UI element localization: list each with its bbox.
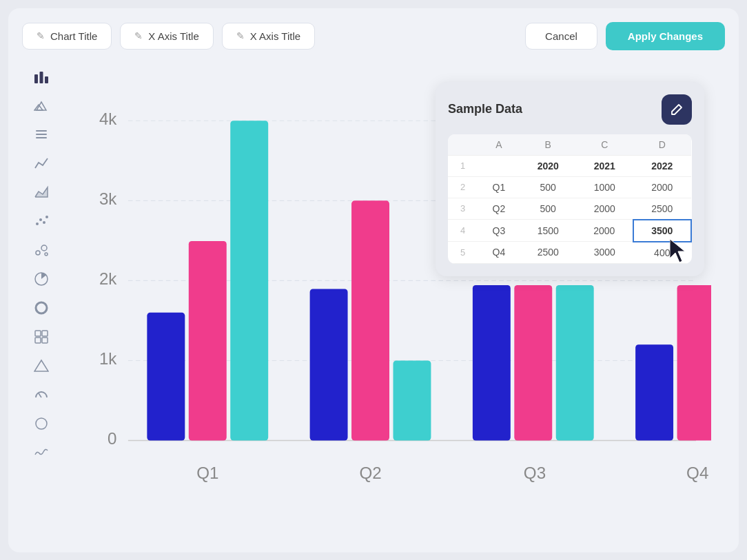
col-header-a: A <box>478 134 520 156</box>
cell-5a[interactable]: Q4 <box>478 242 520 264</box>
bar-chart-icon[interactable] <box>29 64 54 89</box>
svg-point-8 <box>36 222 39 225</box>
svg-rect-44 <box>677 285 711 440</box>
svg-rect-42 <box>556 285 594 440</box>
svg-rect-7 <box>36 137 47 138</box>
svg-rect-5 <box>36 130 47 132</box>
cell-1b[interactable]: 2020 <box>520 155 576 176</box>
table-row: 1 2020 2021 2022 <box>448 155 691 176</box>
svg-rect-6 <box>36 134 47 135</box>
svg-point-11 <box>45 216 48 218</box>
svg-point-13 <box>41 245 47 251</box>
data-table: A B C D 1 2020 2021 <box>448 134 692 264</box>
row-num-4: 4 <box>448 220 478 242</box>
svg-rect-41 <box>514 285 552 440</box>
svg-text:Q4: Q4 <box>686 463 708 481</box>
triangle-icon[interactable] <box>29 353 54 378</box>
svg-rect-18 <box>42 331 48 336</box>
dot-scatter-icon[interactable] <box>29 209 54 234</box>
chart-title-label: Chart Title <box>50 30 97 42</box>
cell-5c[interactable]: 3000 <box>576 242 633 264</box>
svg-rect-0 <box>34 74 38 83</box>
svg-text:2k: 2k <box>99 269 117 287</box>
cell-4a[interactable]: Q3 <box>478 220 520 242</box>
edit-data-button[interactable] <box>662 94 692 125</box>
gauge-icon[interactable] <box>29 382 54 407</box>
main-container: ✎ Chart Title ✎ X Axis Title ✎ X Axis Ti… <box>8 8 739 552</box>
row-num-3: 3 <box>448 198 478 220</box>
x-axis-title-label: X Axis Title <box>148 30 198 42</box>
line-chart-icon[interactable] <box>29 151 54 176</box>
sidebar <box>22 61 61 561</box>
treemap-icon[interactable] <box>29 324 54 349</box>
cell-2d[interactable]: 2000 <box>633 176 691 198</box>
cell-4b[interactable]: 1500 <box>520 220 576 242</box>
pencil-icon-xaxis: ✎ <box>134 30 143 41</box>
circle-icon[interactable] <box>29 411 54 436</box>
svg-rect-37 <box>310 289 348 440</box>
toolbar: ✎ Chart Title ✎ X Axis Title ✎ X Axis Ti… <box>22 22 725 50</box>
table-row: 5 Q4 2500 3000 400 <box>448 242 691 264</box>
svg-point-23 <box>36 418 47 429</box>
cell-1a[interactable] <box>478 155 520 176</box>
svg-text:0: 0 <box>108 428 116 447</box>
cell-3a[interactable]: Q2 <box>478 198 520 220</box>
col-header-c: C <box>576 134 633 156</box>
pencil-icon-yaxis: ✎ <box>236 30 245 41</box>
svg-line-22 <box>39 393 41 397</box>
svg-rect-43 <box>635 344 673 440</box>
donut-icon[interactable] <box>29 295 54 320</box>
bubble-icon[interactable] <box>29 238 54 262</box>
svg-rect-34 <box>147 312 185 440</box>
cell-3b[interactable]: 500 <box>520 198 576 220</box>
col-header-d: D <box>633 134 691 156</box>
cell-3c[interactable]: 2000 <box>576 198 633 220</box>
x-axis-title-button[interactable]: ✎ X Axis Title <box>120 23 213 50</box>
pie-chart-icon[interactable] <box>29 267 54 291</box>
cell-1c[interactable]: 2021 <box>576 155 633 176</box>
svg-text:Q1: Q1 <box>196 463 218 481</box>
cell-5b[interactable]: 2500 <box>520 242 576 264</box>
svg-rect-40 <box>473 285 511 440</box>
table-row: 3 Q2 500 2000 2500 <box>448 198 691 220</box>
apply-changes-button[interactable]: Apply Changes <box>606 22 725 50</box>
sample-data-header: Sample Data <box>448 94 692 125</box>
chart-area: 4k 3k 2k 1k 0 <box>68 75 711 547</box>
svg-rect-36 <box>230 121 268 440</box>
list-icon[interactable] <box>29 122 54 147</box>
cancel-button[interactable]: Cancel <box>525 23 597 50</box>
wave-icon[interactable] <box>29 440 54 465</box>
svg-text:Q2: Q2 <box>359 463 381 481</box>
row-num-1: 1 <box>448 155 478 176</box>
mountain-chart-icon[interactable] <box>29 93 54 118</box>
svg-text:1k: 1k <box>99 349 117 367</box>
chart-wrapper: 4k 3k 2k 1k 0 <box>61 61 725 561</box>
y-axis-title-button[interactable]: ✎ X Axis Title <box>222 23 315 50</box>
pencil-icon-chart: ✎ <box>37 30 45 41</box>
area-chart-icon[interactable] <box>29 180 54 205</box>
sample-data-title: Sample Data <box>448 102 522 116</box>
svg-marker-21 <box>34 360 48 371</box>
svg-point-9 <box>39 218 42 221</box>
table-row: 2 Q1 500 1000 2000 <box>448 176 691 198</box>
row-num-2: 2 <box>448 176 478 198</box>
cell-5d[interactable]: 400 <box>633 242 691 264</box>
svg-point-16 <box>36 302 47 313</box>
chart-title-button[interactable]: ✎ Chart Title <box>22 23 112 50</box>
col-header-b: B <box>520 134 576 156</box>
cell-4c[interactable]: 2000 <box>576 220 633 242</box>
svg-rect-2 <box>45 76 48 83</box>
svg-point-12 <box>36 251 40 255</box>
cell-3d[interactable]: 2500 <box>633 198 691 220</box>
svg-rect-38 <box>351 200 389 440</box>
col-header-empty <box>448 134 478 156</box>
cell-4d-highlighted[interactable]: 3500 <box>633 220 691 242</box>
apply-label: Apply Changes <box>628 30 703 42</box>
svg-point-10 <box>43 221 45 224</box>
svg-rect-1 <box>40 72 43 83</box>
cell-2a[interactable]: Q1 <box>478 176 520 198</box>
cell-1d[interactable]: 2022 <box>633 155 691 176</box>
cell-2b[interactable]: 500 <box>520 176 576 198</box>
svg-rect-17 <box>35 331 41 336</box>
cell-2c[interactable]: 1000 <box>576 176 633 198</box>
